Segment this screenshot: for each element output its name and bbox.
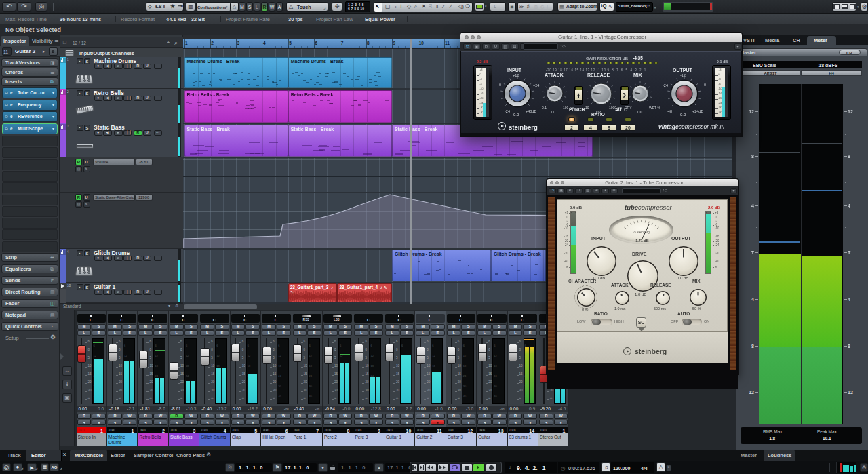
svg-text:⊙ steinberg: ⊙ steinberg bbox=[633, 231, 650, 234]
